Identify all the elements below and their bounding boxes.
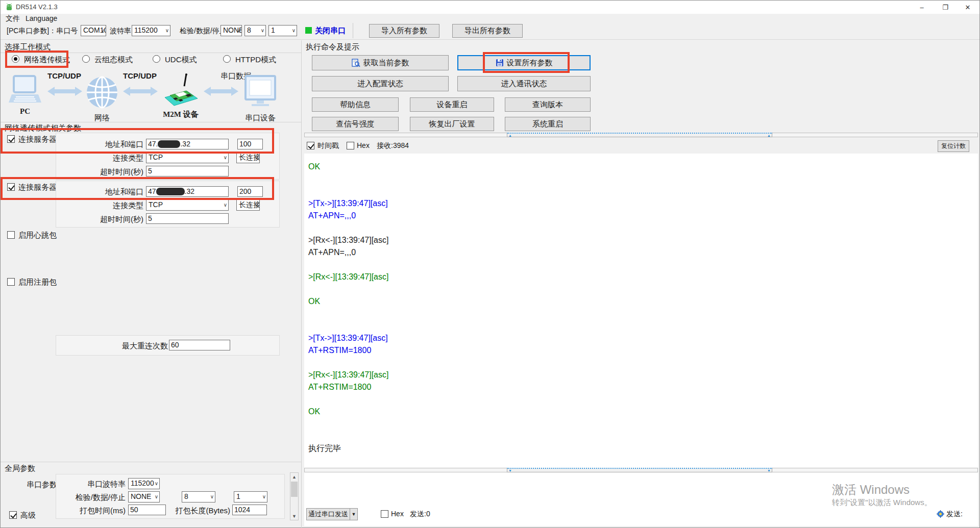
sent-counter: 发送:0	[410, 510, 430, 519]
server-a-timeout-input[interactable]: 5	[146, 166, 229, 177]
stopbits-select[interactable]: 1∨	[268, 25, 297, 36]
server-b-port-input[interactable]: 200	[237, 186, 263, 197]
baud-select[interactable]: 115200∨	[132, 25, 170, 36]
tx-hex-checkbox[interactable]	[381, 510, 388, 518]
close-button[interactable]: ✕	[956, 1, 979, 14]
import-params-button[interactable]: 导入所有参数	[369, 24, 439, 38]
export-params-button[interactable]: 导出所有参数	[452, 24, 523, 38]
server-b-checkbox[interactable]	[7, 183, 15, 191]
global-parity-select[interactable]: NONE∨	[128, 491, 160, 502]
global-parity-label: 检验/数据/停止	[67, 493, 126, 502]
parity-select[interactable]: NONE∨	[220, 25, 242, 36]
global-databits-select[interactable]: 8∨	[182, 491, 215, 502]
register-label[interactable]: 启用注册包	[18, 278, 57, 287]
scroll-right-icon[interactable]: ▼	[767, 469, 771, 472]
heartbeat-checkbox[interactable]	[7, 231, 15, 239]
factory-reset-button[interactable]: 恢复出厂设置	[410, 117, 494, 131]
pack-time-label: 打包时间(ms)	[75, 506, 126, 516]
log-line: AT+APN=,,,0	[308, 246, 978, 259]
com-port-select[interactable]: COM10∨	[81, 25, 106, 36]
section-line	[1, 462, 301, 462]
toolbar-divider	[353, 23, 353, 38]
panel-divider	[301, 40, 302, 528]
log-line: AT+RSTIM=1800	[308, 381, 978, 393]
pack-time-input[interactable]: 50	[128, 505, 166, 515]
scroll-right-icon[interactable]: ▲	[767, 134, 771, 137]
minimize-button[interactable]: –	[910, 1, 934, 14]
send-gear-icon[interactable]	[937, 510, 944, 518]
timestamp-label[interactable]: 时间戳	[317, 141, 339, 150]
send-dropdown-button[interactable]: ▼	[350, 508, 358, 520]
global-baud-select[interactable]: 115200∨	[128, 478, 160, 489]
radio-udc-label[interactable]: UDC模式	[165, 55, 197, 65]
scroll-left-icon[interactable]: ▼	[508, 469, 512, 472]
save-floppy-icon	[496, 59, 504, 67]
register-checkbox[interactable]	[7, 278, 15, 286]
pack-len-input[interactable]: 1024	[232, 505, 267, 515]
advanced-label[interactable]: 高级	[20, 511, 36, 520]
log-line	[308, 222, 978, 234]
scrollbar-thumb[interactable]	[291, 482, 298, 497]
log-line	[308, 320, 978, 332]
server-b-keep-select[interactable]: 长连接∨	[236, 199, 260, 211]
server-b-type-select[interactable]: TCP∨	[146, 199, 229, 211]
device-reboot-button[interactable]: 设备重启	[410, 97, 494, 112]
rx-hex-checkbox[interactable]	[347, 142, 354, 149]
set-params-button[interactable]: 设置所有参数	[457, 55, 591, 70]
server-b-addr-label: 地址和端口	[82, 187, 143, 197]
node-m2m-label: M2M 设备	[161, 110, 200, 119]
server-a-checkbox[interactable]	[7, 135, 15, 143]
log-top-scrollbar[interactable]: ▲▲	[304, 133, 978, 137]
help-info-button[interactable]: 帮助信息	[312, 97, 399, 112]
send-button[interactable]: 发送:	[946, 510, 963, 519]
scroll-left-icon[interactable]: ▲	[508, 134, 512, 137]
enter-comm-button[interactable]: 进入通讯状态	[457, 76, 591, 91]
timestamp-checkbox[interactable]	[307, 142, 314, 149]
system-reboot-button[interactable]: 系统重启	[505, 117, 591, 131]
server-a-keep-select[interactable]: 长连接∨	[236, 152, 260, 163]
log-line: OK	[308, 295, 978, 308]
global-stopbits-select[interactable]: 1∨	[234, 491, 267, 502]
radio-httpd-label[interactable]: HTTPD模式	[235, 55, 276, 65]
radio-cloud-label[interactable]: 云组态模式	[94, 55, 133, 65]
databits-select[interactable]: 8∨	[244, 25, 266, 36]
node-pc-label: PC	[9, 107, 41, 116]
max-reconnect-input[interactable]: 60	[169, 340, 230, 350]
server-a-port-input[interactable]: 100	[237, 139, 263, 149]
log-bottom-scrollbar[interactable]: ▼▼	[304, 468, 978, 472]
tx-hex-label[interactable]: Hex	[391, 510, 404, 518]
restore-button[interactable]: ❐	[934, 1, 957, 14]
toolbar-separator	[1, 39, 979, 40]
enter-config-button[interactable]: 进入配置状态	[312, 76, 449, 91]
reset-counter-button[interactable]: 复位计数	[938, 140, 969, 152]
server-b-timeout-input[interactable]: 5	[146, 213, 229, 224]
query-signal-button[interactable]: 查信号强度	[312, 117, 399, 131]
server-b-addr-input[interactable]: 47.32	[146, 186, 229, 197]
heartbeat-label[interactable]: 启用心跳包	[18, 231, 57, 240]
scroll-up-icon[interactable]: ▲	[290, 473, 298, 481]
scrollbar-thumb[interactable]: ▼▼	[507, 468, 772, 472]
pc-serial-label: [PC串口参数]：串口号	[7, 27, 78, 36]
section-line	[1, 53, 301, 53]
advanced-checkbox[interactable]	[9, 511, 17, 519]
menu-language[interactable]: Language	[26, 14, 57, 22]
get-params-button[interactable]: 获取当前参数	[312, 55, 449, 70]
radio-transparent-mode[interactable]	[12, 55, 19, 63]
radio-transparent-label[interactable]: 网络透传模式	[24, 55, 70, 65]
rx-hex-label[interactable]: Hex	[357, 141, 370, 149]
menu-file[interactable]: 文件	[6, 14, 20, 23]
send-via-serial-button[interactable]: 通过串口发送	[306, 508, 350, 520]
scroll-down-icon[interactable]: ▼	[290, 512, 298, 520]
radio-cloud-mode[interactable]	[82, 55, 90, 63]
left-vertical-scrollbar[interactable]: ▲ ▼	[290, 472, 299, 520]
max-reconnect-label: 最大重连次数	[107, 341, 168, 351]
chevron-down-icon: ∨	[262, 494, 266, 499]
scrollbar-thumb[interactable]: ▲▲	[507, 133, 772, 137]
redaction-blob	[156, 188, 185, 195]
server-a-type-select[interactable]: TCP∨	[146, 152, 229, 163]
query-version-button[interactable]: 查询版本	[505, 97, 591, 112]
radio-httpd-mode[interactable]	[223, 55, 231, 63]
server-a-addr-input[interactable]: 47..32	[146, 139, 229, 149]
close-port-button[interactable]: 关闭串口	[315, 26, 346, 36]
radio-udc-mode[interactable]	[153, 55, 160, 63]
